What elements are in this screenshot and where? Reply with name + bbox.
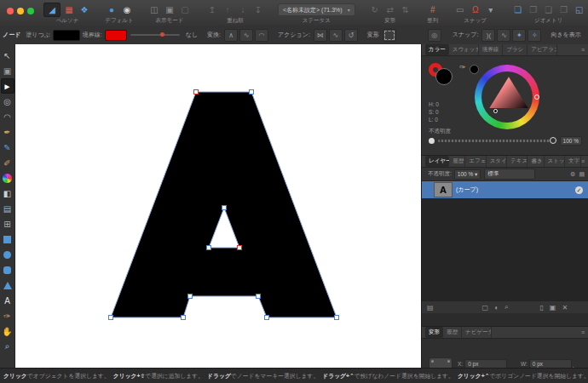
mask-layer-icon[interactable]: ▢ xyxy=(482,304,489,312)
layer-visibility-toggle[interactable]: ✓ xyxy=(575,186,583,194)
tab-文字[interactable]: 文字 xyxy=(565,156,581,167)
opacity-value[interactable]: 100 % xyxy=(560,136,582,146)
convert-sharp-icon[interactable]: ∧ xyxy=(224,29,238,42)
move-tool[interactable]: ↖ xyxy=(1,48,14,63)
split-view-icon[interactable]: ◫ xyxy=(147,3,161,16)
shape-tool[interactable] xyxy=(1,277,14,293)
reverse-curve-icon[interactable]: ↺ xyxy=(344,29,358,42)
boolean-xor-icon[interactable]: ❒ xyxy=(557,3,571,16)
artistic-text-tool[interactable]: A xyxy=(1,293,14,308)
layer-opacity-value[interactable]: 100 % ▾ xyxy=(454,169,481,180)
curve-node[interactable] xyxy=(257,294,261,299)
tab-境界線[interactable]: 境界線 xyxy=(479,44,504,55)
new-layer-icon[interactable]: ▯ xyxy=(539,304,543,312)
curve-node[interactable] xyxy=(109,316,113,320)
single-view-icon[interactable]: ▣ xyxy=(163,3,176,16)
rounded-rectangle-tool[interactable] xyxy=(1,262,14,277)
node-tool[interactable]: ► xyxy=(1,78,14,94)
curve-node[interactable] xyxy=(222,206,227,210)
convert-smart-icon[interactable]: ◠ xyxy=(255,29,268,42)
blend-mode-dropdown[interactable]: 標準 xyxy=(484,169,535,180)
pen-tool[interactable]: ✒ xyxy=(1,124,14,140)
sl-marker[interactable] xyxy=(493,109,498,113)
join-curves-icon[interactable]: ⋈ xyxy=(314,29,327,42)
stroke-none-button[interactable]: なし xyxy=(186,31,198,39)
panel-menu-icon[interactable]: ≡ xyxy=(581,329,585,335)
tab-テキス[interactable]: テキス xyxy=(507,156,527,167)
artboard-tool[interactable]: ▣ xyxy=(1,63,14,78)
tab-レイヤー[interactable]: レイヤー xyxy=(425,156,449,167)
picked-color-swatch[interactable] xyxy=(470,65,479,74)
corner-tool[interactable]: ◠ xyxy=(1,109,14,124)
tab-履歴[interactable]: 履歴 xyxy=(443,327,462,338)
opacity-slider[interactable] xyxy=(438,140,556,142)
rotate-icon[interactable]: ↻ xyxy=(368,3,382,16)
pencil-tool[interactable]: ✎ xyxy=(1,140,14,155)
panel-menu-icon[interactable]: ≡ xyxy=(581,47,585,53)
view-tool[interactable]: ✋ xyxy=(1,323,14,339)
ellipse-tool[interactable] xyxy=(1,247,14,262)
snap-options-icon[interactable]: ▭ xyxy=(453,3,467,16)
vector-view-icon[interactable]: ● xyxy=(105,3,118,16)
curve-node[interactable] xyxy=(250,90,254,94)
snap-offcurve-icon[interactable]: ∿ xyxy=(497,29,510,42)
alignment-snap-icon[interactable]: ✧ xyxy=(527,29,541,42)
tab-履歴[interactable]: 履歴 xyxy=(449,156,465,167)
designer-persona-icon[interactable]: ◢ xyxy=(43,3,61,17)
layer-lock-icon[interactable]: ▤ xyxy=(579,171,585,178)
new-group-icon[interactable]: ▣ xyxy=(550,304,556,312)
panel-menu-icon[interactable]: ≡ xyxy=(581,158,585,164)
pixel-persona-icon[interactable]: ▦ xyxy=(62,3,76,16)
fill-tool[interactable] xyxy=(1,170,14,186)
show-orientation-toggle[interactable]: 向きを表示 xyxy=(551,31,580,39)
point-transform-tool[interactable]: ◎ xyxy=(1,94,14,109)
fill-color-swatch[interactable] xyxy=(53,30,80,41)
zoom-tool[interactable]: ⌕ xyxy=(1,339,14,354)
tab-ブラシ[interactable]: ブラシ xyxy=(503,44,527,55)
fill-stroke-selector[interactable] xyxy=(429,63,454,87)
export-persona-icon[interactable]: ❖ xyxy=(78,3,91,16)
tab-書き[interactable]: 書き xyxy=(527,156,544,167)
curve-node[interactable] xyxy=(238,246,242,250)
layer-fx-icon[interactable]: ⚙ xyxy=(570,171,575,178)
place-image-tool[interactable]: ▤ xyxy=(1,201,14,216)
flip-vertical-icon[interactable]: ⇅ xyxy=(399,3,412,16)
curve-node[interactable] xyxy=(188,294,193,299)
layer-options-icon[interactable]: ▤ xyxy=(427,304,434,312)
move-forward-icon[interactable]: ↑ xyxy=(221,3,234,16)
tab-エフェ[interactable]: エフェ xyxy=(465,156,486,167)
tab-ストッ[interactable]: ストッ xyxy=(545,156,565,167)
layer-row[interactable]: A(カーブ)✓ xyxy=(422,181,588,198)
tab-ナビゲータ[interactable]: ナビゲータ xyxy=(462,327,492,338)
zoom-button[interactable] xyxy=(27,8,34,14)
snap-to-curve-icon[interactable]: )( xyxy=(481,29,495,42)
move-to-back-icon[interactable]: ↧ xyxy=(251,3,265,16)
curve-node[interactable] xyxy=(207,246,211,250)
close-button[interactable] xyxy=(7,8,14,14)
vector-crop-tool[interactable]: ⊞ xyxy=(1,216,14,232)
construction-snap-icon[interactable]: ✦ xyxy=(512,29,526,42)
fx-layer-icon[interactable]: ⌕ xyxy=(504,303,508,312)
tab-スウォッチ[interactable]: スウォッチ xyxy=(449,44,479,55)
snapping-magnet-icon[interactable]: Ω xyxy=(469,3,482,16)
sculpt-mode-icon[interactable]: ◎ xyxy=(428,29,441,42)
tab-アピアランス[interactable]: アピアランス xyxy=(527,44,557,55)
move-backward-icon[interactable]: ↓ xyxy=(236,3,250,16)
boolean-divide-icon[interactable]: ◱ xyxy=(573,3,586,16)
boolean-subtract-icon[interactable]: ❐ xyxy=(527,3,540,16)
curve-node[interactable] xyxy=(182,316,186,320)
curve-node[interactable] xyxy=(265,316,269,320)
color-picker-tool[interactable]: ✑ xyxy=(1,308,14,323)
document-status-dropdown[interactable]: <名称未設定> (71.3%)▾ xyxy=(278,3,355,16)
convert-smooth-icon[interactable]: ∿ xyxy=(239,29,253,42)
smooth-curve-icon[interactable]: ∿ xyxy=(329,29,343,42)
eyedropper-icon[interactable]: ✑ xyxy=(459,63,466,71)
fill-swatch-circle[interactable] xyxy=(435,68,453,85)
adjustment-layer-icon[interactable]: ◐ xyxy=(494,304,499,312)
boolean-intersect-icon[interactable]: ❑ xyxy=(542,3,556,16)
curve-node[interactable] xyxy=(194,90,199,94)
minimize-button[interactable] xyxy=(17,8,24,14)
transform-selection-box-icon[interactable] xyxy=(383,29,396,42)
rectangle-tool[interactable] xyxy=(1,232,14,247)
delete-layer-icon[interactable]: ✕ xyxy=(562,304,568,312)
